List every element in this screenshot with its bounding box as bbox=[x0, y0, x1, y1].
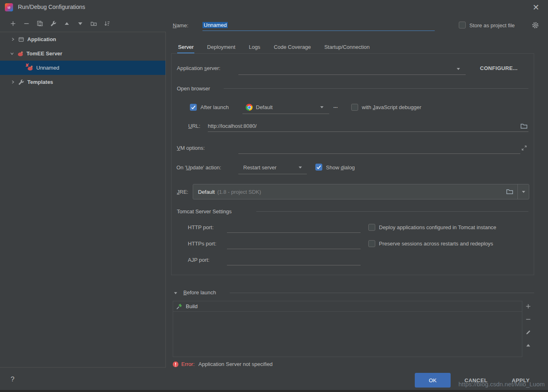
tab-startup-connection[interactable]: Startup/Connection bbox=[324, 40, 370, 54]
new-folder-icon[interactable] bbox=[90, 20, 97, 27]
run-debug-configurations-dialog: IJ Run/Debug Configurations ✕ Applicatio… bbox=[0, 0, 548, 392]
jre-dropdown-button[interactable] bbox=[517, 184, 529, 199]
application-server-select[interactable] bbox=[238, 64, 466, 75]
before-launch-list: Build bbox=[173, 301, 522, 357]
after-launch-checkbox[interactable] bbox=[190, 104, 197, 111]
preserve-sessions-checkbox[interactable] bbox=[368, 240, 375, 247]
section-divider bbox=[256, 211, 528, 212]
http-port-input[interactable] bbox=[227, 222, 361, 233]
edit-icon[interactable] bbox=[525, 329, 531, 335]
chevron-right-icon[interactable] bbox=[11, 80, 15, 84]
deploy-applications-label: Deploy applications configured in Tomcat… bbox=[379, 224, 496, 230]
deploy-applications-checkbox[interactable] bbox=[368, 224, 375, 231]
tomee-icon bbox=[17, 50, 24, 57]
collapse-arrow-icon[interactable] bbox=[173, 291, 178, 296]
tree-item-templates[interactable]: Templates bbox=[0, 75, 165, 89]
tree-item-label: TomEE Server bbox=[26, 50, 62, 57]
add-icon[interactable] bbox=[10, 20, 16, 27]
jre-label: JRE: bbox=[177, 189, 188, 195]
configure-button[interactable]: CONFIGURE... bbox=[480, 65, 517, 71]
before-launch-item-label: Build bbox=[186, 303, 198, 309]
tree-item-label: Unnamed bbox=[36, 65, 59, 71]
chevron-right-icon[interactable] bbox=[11, 37, 15, 42]
before-launch-title: Before launch bbox=[183, 289, 216, 296]
move-down-icon[interactable] bbox=[77, 20, 84, 27]
move-up-icon[interactable] bbox=[525, 342, 531, 348]
js-debugger-label: with JavaScript debugger bbox=[362, 104, 421, 110]
ajp-port-input[interactable] bbox=[227, 255, 361, 265]
show-dialog-checkbox[interactable] bbox=[315, 164, 322, 171]
error-label: Error: bbox=[181, 361, 195, 367]
move-up-icon[interactable] bbox=[64, 20, 70, 27]
hammer-icon bbox=[176, 303, 183, 310]
application-server-label: Application server: bbox=[177, 65, 220, 71]
error-icon bbox=[172, 361, 179, 368]
expand-icon[interactable] bbox=[521, 145, 527, 151]
browse-browsers-button[interactable]: ... bbox=[333, 103, 338, 109]
bottom-strip bbox=[0, 390, 548, 392]
dialog-title: Run/Debug Configurations bbox=[18, 4, 85, 10]
section-divider bbox=[230, 293, 534, 293]
tab-deployment[interactable]: Deployment bbox=[206, 40, 236, 54]
open-browser-section-title: Open browser bbox=[177, 85, 210, 92]
apply-button[interactable]: APPLY bbox=[512, 377, 530, 383]
folder-icon[interactable] bbox=[520, 123, 528, 130]
ok-button[interactable]: OK bbox=[415, 373, 451, 388]
jre-hint: (1.8 - project SDK) bbox=[217, 189, 261, 195]
url-label: URL: bbox=[188, 123, 200, 129]
tree-item-label: Templates bbox=[27, 79, 53, 85]
tree-item-unnamed[interactable]: ✘ Unnamed bbox=[0, 61, 165, 75]
browser-value: Default bbox=[256, 104, 273, 110]
update-action-label: On 'Update' action: bbox=[176, 164, 221, 171]
store-as-project-file-checkbox[interactable] bbox=[459, 22, 466, 28]
jre-value: Default bbox=[198, 189, 215, 195]
tab-server[interactable]: Server bbox=[177, 40, 194, 54]
vm-options-input[interactable] bbox=[238, 143, 520, 154]
remove-icon[interactable] bbox=[525, 316, 531, 322]
url-input[interactable]: http://localhost:8080/ bbox=[208, 121, 528, 132]
edit-icon[interactable] bbox=[50, 20, 57, 27]
tree-item-application[interactable]: Application bbox=[0, 32, 165, 46]
error-message: Application Server not specified bbox=[198, 361, 273, 367]
name-label: Name: bbox=[173, 22, 188, 28]
name-input[interactable]: Unnamed bbox=[202, 20, 435, 31]
chevron-down-icon[interactable] bbox=[10, 51, 14, 56]
vm-options-label: VM options: bbox=[177, 145, 205, 151]
folder-icon[interactable] bbox=[506, 188, 513, 195]
before-launch-item-build[interactable]: Build bbox=[173, 301, 522, 312]
tree-item-tomee-server[interactable]: TomEE Server bbox=[0, 46, 165, 61]
close-icon[interactable]: ✕ bbox=[533, 3, 539, 11]
sort-icon[interactable] bbox=[104, 20, 110, 27]
help-button[interactable]: ? bbox=[11, 375, 14, 383]
https-port-input[interactable] bbox=[227, 239, 361, 249]
js-debugger-checkbox[interactable] bbox=[351, 104, 358, 111]
ajp-port-label: AJP port: bbox=[188, 257, 209, 263]
intellij-logo-icon: IJ bbox=[5, 3, 13, 11]
tomcat-settings-section-title: Tomcat Server Settings bbox=[177, 208, 231, 215]
invalid-config-badge: ✘ bbox=[25, 63, 29, 68]
url-value: http://localhost:8080/ bbox=[208, 123, 257, 129]
configurations-tree: Application TomEE Server ✘ Unnamed Templ… bbox=[0, 32, 166, 368]
copy-icon[interactable] bbox=[37, 20, 43, 27]
before-launch-toolbar bbox=[525, 303, 531, 348]
gear-icon[interactable] bbox=[532, 22, 539, 29]
jre-select[interactable]: Default (1.8 - project SDK) bbox=[193, 184, 529, 199]
cancel-button[interactable]: CANCEL bbox=[464, 377, 488, 383]
preserve-sessions-label: Preserve sessions across restarts and re… bbox=[379, 241, 493, 247]
dropdown-arrow-icon bbox=[320, 106, 324, 108]
tab-code-coverage[interactable]: Code Coverage bbox=[273, 40, 312, 54]
http-port-label: HTTP port: bbox=[188, 224, 213, 230]
browser-select[interactable]: Default bbox=[242, 101, 329, 114]
update-action-select[interactable]: Restart server bbox=[238, 161, 307, 174]
add-icon[interactable] bbox=[525, 303, 531, 309]
remove-icon[interactable] bbox=[23, 20, 30, 27]
name-input-value: Unnamed bbox=[202, 22, 228, 28]
update-action-value: Restart server bbox=[243, 164, 277, 171]
application-icon bbox=[18, 36, 24, 43]
chrome-icon bbox=[246, 104, 253, 111]
section-divider bbox=[224, 88, 528, 89]
show-dialog-label: Show dialog bbox=[326, 164, 355, 171]
wrench-icon bbox=[18, 79, 24, 85]
dropdown-arrow-icon bbox=[299, 166, 302, 169]
tab-logs[interactable]: Logs bbox=[248, 40, 261, 54]
